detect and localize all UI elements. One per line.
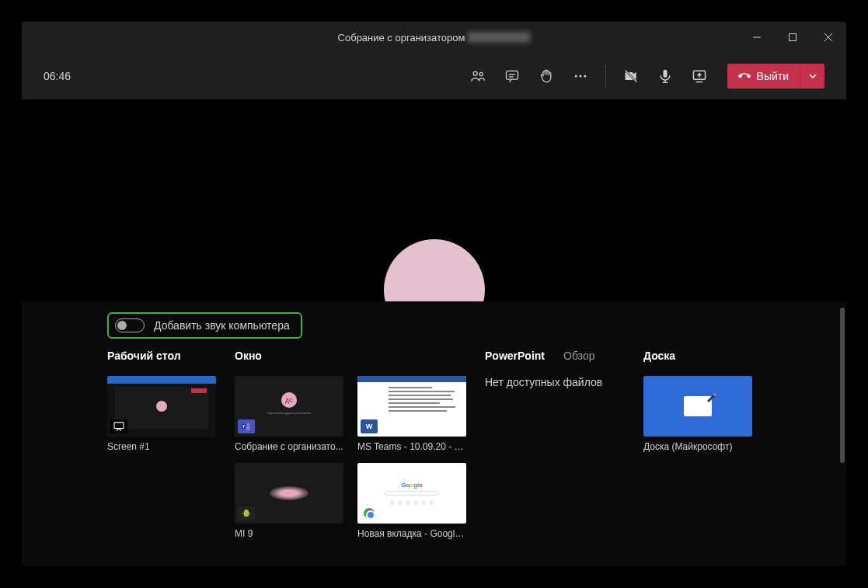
chrome-app-icon <box>361 506 378 520</box>
svg-point-5 <box>479 72 483 75</box>
call-duration: 06:46 <box>44 70 71 82</box>
svg-rect-23 <box>243 513 244 515</box>
svg-rect-6 <box>506 71 518 79</box>
svg-rect-14 <box>663 70 667 78</box>
svg-point-10 <box>579 75 581 78</box>
toolbar-divider <box>605 65 606 87</box>
thumb-label: MI 9 <box>235 528 343 539</box>
section-window: Окно ДСПригласите других участников T Со… <box>235 350 466 539</box>
leave-button[interactable]: Выйти <box>727 64 800 89</box>
share-screen-icon[interactable] <box>684 61 715 92</box>
scrollbar[interactable] <box>840 308 845 463</box>
browse-link[interactable]: Обзор <box>563 350 594 365</box>
share-option-mi9[interactable]: MI 9 <box>235 463 343 539</box>
video-stage <box>22 99 846 301</box>
svg-point-11 <box>584 75 586 78</box>
whiteboard-icon <box>684 396 712 416</box>
svg-point-4 <box>473 71 477 75</box>
svg-rect-17 <box>114 423 124 429</box>
minimize-button[interactable] <box>739 22 775 53</box>
participant-avatar <box>384 239 485 301</box>
microphone-icon[interactable] <box>650 61 681 92</box>
leave-options-button[interactable] <box>800 64 824 89</box>
section-header-whiteboard: Доска <box>643 350 752 365</box>
close-button[interactable] <box>810 22 846 53</box>
meeting-toolbar: 06:46 Выйти <box>22 53 846 99</box>
section-header-window: Окно <box>235 350 466 365</box>
svg-rect-24 <box>249 513 250 515</box>
section-desktop: Рабочий стол Screen #1 <box>107 350 216 539</box>
share-tray: Добавить звук компьютера Рабочий стол Sc… <box>22 301 846 566</box>
svg-rect-1 <box>790 34 797 41</box>
camera-off-icon[interactable] <box>615 61 647 92</box>
section-powerpoint: PowerPoint Обзор Нет доступных файлов <box>485 350 625 539</box>
section-header-powerpoint: PowerPoint <box>485 350 545 365</box>
share-option-chrome-tab[interactable]: Google Новая вкладка - Google... <box>357 463 466 539</box>
share-option-screen-1[interactable]: Screen #1 <box>107 376 216 452</box>
maximize-button[interactable] <box>775 22 810 53</box>
android-app-icon <box>238 506 255 520</box>
share-option-microsoft-whiteboard[interactable]: Доска (Майкрософт) <box>643 376 752 452</box>
thumb-label: Собрание с организато... <box>235 441 343 452</box>
more-actions-icon[interactable] <box>565 61 596 92</box>
toggle-switch[interactable] <box>115 318 145 332</box>
teams-app-icon: T <box>238 419 255 433</box>
include-computer-audio-toggle[interactable]: Добавить звук компьютера <box>107 312 302 339</box>
titlebar: Собрание с организатором <box>22 22 846 53</box>
thumb-label: Новая вкладка - Google... <box>357 528 466 539</box>
organizer-name-blurred <box>468 32 530 43</box>
section-whiteboard: Доска Доска (Майкрософт) <box>643 350 752 539</box>
monitor-icon <box>110 419 127 433</box>
share-option-word-doc[interactable]: W MS Teams - 10.09.20 - 1... <box>357 376 466 452</box>
thumb-label: Screen #1 <box>107 441 216 452</box>
window-title: Собрание с организатором <box>338 32 465 43</box>
meeting-window: Собрание с организатором 06:46 Выйти <box>22 22 846 566</box>
share-option-teams-meeting[interactable]: ДСПригласите других участников T Собрани… <box>235 376 343 452</box>
chat-icon[interactable] <box>497 61 528 92</box>
raise-hand-icon[interactable] <box>531 61 562 92</box>
participants-icon[interactable] <box>462 61 493 92</box>
no-files-text: Нет доступных файлов <box>485 376 625 388</box>
section-header-desktop: Рабочий стол <box>107 350 216 365</box>
thumb-label: MS Teams - 10.09.20 - 1... <box>357 441 466 452</box>
svg-point-9 <box>574 75 577 78</box>
thumb-label: Доска (Майкрософт) <box>643 441 752 452</box>
svg-point-20 <box>247 423 249 425</box>
word-app-icon: W <box>361 419 378 433</box>
